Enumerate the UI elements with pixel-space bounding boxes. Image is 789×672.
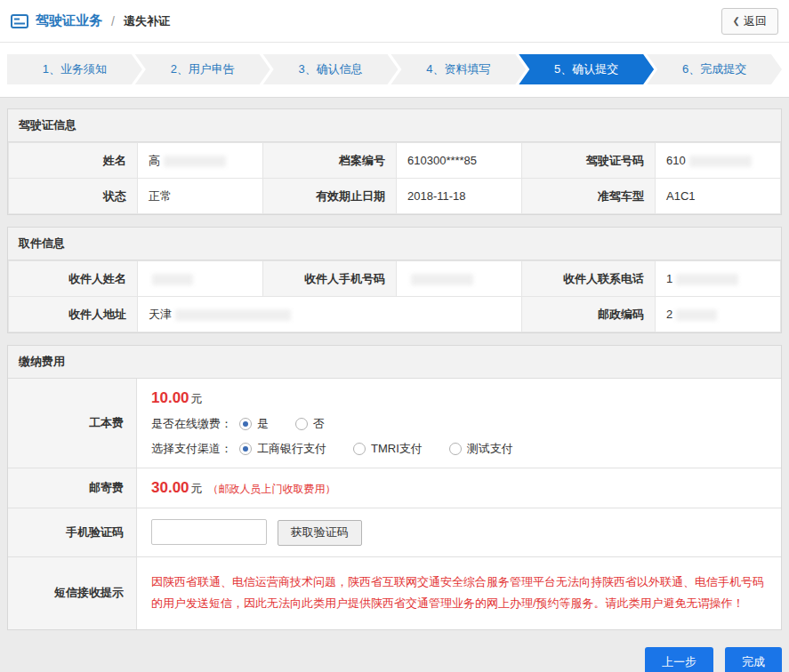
step-4-fill-data: 4、资料填写 xyxy=(390,54,526,84)
mailing-fee-label: 邮寄费 xyxy=(8,468,137,508)
radio-unchecked-icon[interactable] xyxy=(295,418,308,430)
mailing-fee-row: 邮寄费 30.00元（邮政人员上门收取费用） xyxy=(8,468,781,508)
back-button-label: 返回 xyxy=(744,13,767,29)
header-bar: 驾驶证业务 / 遗失补证 ❮ 返回 xyxy=(0,0,789,43)
online-payment-question: 是否在线缴费： xyxy=(151,416,232,432)
radio-unchecked-icon[interactable] xyxy=(353,443,366,455)
steps-bar: 1、业务须知 2、用户申告 3、确认信息 4、资料填写 5、确认提交 6、完成提… xyxy=(0,43,789,98)
field-value-text: 天津 xyxy=(149,308,172,321)
fees-card: 缴纳费用 工本费 10.00元 是否在线缴费： 是 xyxy=(7,345,782,630)
production-fee-unit: 元 xyxy=(191,392,203,405)
license-info-table: 姓名 高 档案编号 610300****85 驾驶证号码 610 状态 正常 有… xyxy=(8,142,781,214)
radio-unchecked-icon[interactable] xyxy=(449,443,462,455)
sms-notice-content: 因陕西省联通、电信运营商技术问题，陕西省互联网交通安全综合服务管理平台无法向持陕… xyxy=(137,557,781,629)
field-label-recipient-name: 收件人姓名 xyxy=(9,261,138,297)
sms-notice-text: 因陕西省联通、电信运营商技术问题，陕西省互联网交通安全综合服务管理平台无法向持陕… xyxy=(151,568,767,619)
channel-tmri-option[interactable]: TMRI支付 xyxy=(353,441,423,457)
field-label-license-number: 驾驶证号码 xyxy=(522,143,656,179)
field-label-file-number: 档案编号 xyxy=(263,143,397,179)
field-value-status: 正常 xyxy=(138,179,263,214)
channel-test-label: 测试支付 xyxy=(467,441,513,457)
step-3-confirm-info: 3、确认信息 xyxy=(263,54,399,84)
step-2-user-declaration: 2、用户申告 xyxy=(135,54,270,84)
online-payment-yes-option[interactable]: 是 xyxy=(239,416,269,432)
field-label-expiry-date: 有效期止日期 xyxy=(263,179,397,214)
field-value-license-number: 610 xyxy=(656,143,781,179)
redacted-blur xyxy=(689,156,752,167)
online-payment-yes-label: 是 xyxy=(257,416,269,432)
mailing-fee-amount: 30.00 xyxy=(151,479,189,496)
pickup-info-title: 取件信息 xyxy=(8,228,781,260)
field-value-vehicle-class: A1C1 xyxy=(656,179,781,214)
fees-title: 缴纳费用 xyxy=(8,346,781,379)
channel-icbc-label: 工商银行支付 xyxy=(257,441,326,457)
table-row: 姓名 高 档案编号 610300****85 驾驶证号码 610 xyxy=(9,143,781,179)
field-value-postal-code: 2 xyxy=(656,297,781,332)
redacted-blur xyxy=(175,309,291,321)
field-value-recipient-mobile xyxy=(397,261,522,297)
field-label-recipient-address: 收件人地址 xyxy=(9,297,138,332)
production-fee-row: 工本费 10.00元 是否在线缴费： 是 否 xyxy=(8,379,781,468)
field-value-text: 高 xyxy=(149,154,160,167)
license-info-title: 驾驶证信息 xyxy=(8,109,781,142)
pickup-info-card: 取件信息 收件人姓名 收件人手机号码 收件人联系电话 1 收件人地址 天津 邮政… xyxy=(7,227,782,333)
page: 驾驶证业务 / 遗失补证 ❮ 返回 1、业务须知 2、用户申告 3、确认信息 4… xyxy=(0,0,789,672)
field-value-text: 2 xyxy=(666,308,672,321)
radio-checked-icon[interactable] xyxy=(239,443,252,455)
breadcrumb-current: 遗失补证 xyxy=(124,13,170,29)
get-code-button[interactable]: 获取验证码 xyxy=(278,520,362,546)
pickup-info-table: 收件人姓名 收件人手机号码 收件人联系电话 1 收件人地址 天津 邮政编码 2 xyxy=(8,260,781,332)
content: 驾驶证信息 姓名 高 档案编号 610300****85 驾驶证号码 610 状… xyxy=(0,98,789,630)
field-value-recipient-address: 天津 xyxy=(138,297,522,332)
step-1-business-notice: 1、业务须知 xyxy=(7,54,142,84)
sms-code-row: 手机验证码 获取验证码 xyxy=(8,508,781,557)
mailing-fee-unit: 元 xyxy=(191,482,203,495)
production-fee-amount: 10.00 xyxy=(151,389,189,406)
back-button[interactable]: ❮ 返回 xyxy=(721,8,778,35)
sms-notice-row: 短信接收提示 因陕西省联通、电信运营商技术问题，陕西省互联网交通安全综合服务管理… xyxy=(8,557,781,629)
field-label-recipient-mobile: 收件人手机号码 xyxy=(263,261,397,297)
page-title: 驾驶证业务 xyxy=(36,12,102,29)
table-row: 收件人姓名 收件人手机号码 收件人联系电话 1 xyxy=(9,261,781,297)
redacted-blur xyxy=(676,274,738,285)
mailing-fee-content: 30.00元（邮政人员上门收取费用） xyxy=(137,468,781,508)
redacted-blur xyxy=(676,309,717,321)
sms-code-label: 手机验证码 xyxy=(8,508,137,556)
sms-code-content: 获取验证码 xyxy=(137,508,781,556)
step-5-confirm-submit: 5、确认提交 xyxy=(519,54,654,84)
production-fee-content: 10.00元 是否在线缴费： 是 否 选择支 xyxy=(137,379,781,468)
license-form-icon xyxy=(11,14,28,28)
field-value-text: 610 xyxy=(666,154,686,167)
online-payment-no-label: 否 xyxy=(313,416,325,432)
table-row: 收件人地址 天津 邮政编码 2 xyxy=(9,297,781,332)
table-row: 状态 正常 有效期止日期 2018-11-18 准驾车型 A1C1 xyxy=(9,179,781,214)
redacted-blur xyxy=(152,274,193,285)
payment-channel-line: 选择支付渠道： 工商银行支付 TMRI支付 测试支付 xyxy=(151,441,767,457)
field-value-recipient-phone: 1 xyxy=(656,261,781,297)
field-label-vehicle-class: 准驾车型 xyxy=(522,179,656,214)
sms-notice-label: 短信接收提示 xyxy=(8,557,137,629)
field-label-name: 姓名 xyxy=(9,143,138,179)
field-value-name: 高 xyxy=(138,143,263,179)
step-6-complete-submit: 6、完成提交 xyxy=(647,54,782,84)
redacted-blur xyxy=(411,274,473,285)
online-payment-question-line: 是否在线缴费： 是 否 xyxy=(151,416,767,432)
channel-icbc-option[interactable]: 工商银行支付 xyxy=(239,441,326,457)
finish-button[interactable]: 完成 xyxy=(725,647,782,672)
channel-test-option[interactable]: 测试支付 xyxy=(449,441,513,457)
chevron-left-icon: ❮ xyxy=(733,16,740,26)
mailing-fee-note: （邮政人员上门收取费用） xyxy=(208,483,336,495)
field-value-expiry-date: 2018-11-18 xyxy=(397,179,522,214)
field-label-postal-code: 邮政编码 xyxy=(522,297,656,332)
license-info-card: 驾驶证信息 姓名 高 档案编号 610300****85 驾驶证号码 610 状… xyxy=(7,108,782,215)
redacted-blur xyxy=(164,156,226,167)
online-payment-no-option[interactable]: 否 xyxy=(295,416,325,432)
field-value-recipient-name xyxy=(138,261,263,297)
sms-code-input[interactable] xyxy=(151,519,267,545)
field-value-file-number: 610300****85 xyxy=(397,143,522,179)
production-fee-label: 工本费 xyxy=(8,379,137,468)
footer-actions: 上一步 完成 xyxy=(0,642,789,672)
field-label-recipient-phone: 收件人联系电话 xyxy=(522,261,656,297)
radio-checked-icon[interactable] xyxy=(239,418,252,430)
prev-step-button[interactable]: 上一步 xyxy=(645,647,713,672)
